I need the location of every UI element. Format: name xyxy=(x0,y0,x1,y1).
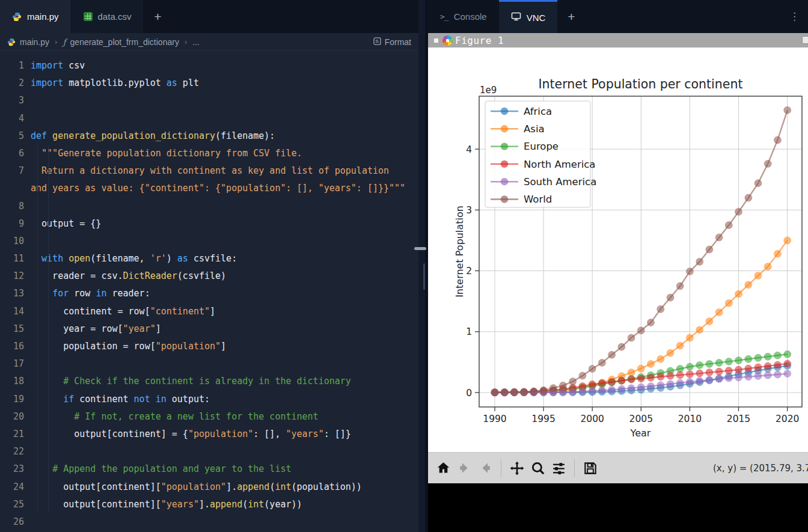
code-line[interactable]: 14 continent = row["continent"] xyxy=(0,303,418,320)
zoom-button[interactable] xyxy=(530,460,546,476)
code-line[interactable]: 20 # If not, create a new list for the c… xyxy=(0,408,418,426)
code-text: with open(filename, 'r') as csvfile: xyxy=(31,250,237,268)
svg-text:1990: 1990 xyxy=(483,414,506,424)
editor-scrollbar-thumb[interactable] xyxy=(423,263,425,290)
code-line[interactable]: 11 with open(filename, 'r') as csvfile: xyxy=(0,250,418,268)
figure-window: Figure 1 1990199520002005201020152020Yea… xyxy=(428,33,808,483)
breadcrumb-path[interactable]: main.py › ƒ generate_plot_frm_dictionary… xyxy=(7,37,200,47)
tab-label: data.csv xyxy=(98,11,132,22)
code-line[interactable]: 25 output[continent]["years"].append(int… xyxy=(0,496,418,513)
line-number: 22 xyxy=(0,443,24,460)
code-line[interactable]: 9 output = {} xyxy=(0,215,418,233)
tab-console[interactable]: >_ Console xyxy=(428,0,499,33)
tab-main-py[interactable]: main.py xyxy=(0,0,72,33)
tab-label: Console xyxy=(454,11,487,22)
minimize-button[interactable] xyxy=(802,36,808,44)
figure-toolbar: (x, y) = (2015.79, 3.7 xyxy=(428,452,808,483)
code-text: # If not, create a new list for the cont… xyxy=(31,408,319,426)
line-number xyxy=(0,180,24,197)
code-text: output[continent]["population"].append(i… xyxy=(31,478,362,496)
terminal-icon: >_ xyxy=(440,12,448,21)
kebab-menu-icon[interactable]: ⋮ xyxy=(786,0,803,33)
code-line[interactable]: 17 xyxy=(0,355,418,373)
svg-text:North America: North America xyxy=(524,159,595,170)
x-axis: 1990199520002005201020152020Year xyxy=(483,407,799,439)
code-line[interactable]: 10 xyxy=(0,233,418,250)
svg-text:2010: 2010 xyxy=(678,414,702,424)
line-number: 1 xyxy=(0,57,24,75)
svg-text:2005: 2005 xyxy=(629,414,653,424)
monitor-icon xyxy=(511,12,521,23)
line-number: 9 xyxy=(0,215,24,233)
code-line[interactable]: 15 year = row["year"] xyxy=(0,320,418,338)
code-line[interactable]: 21 output[continent] = {"population": []… xyxy=(0,426,418,443)
code-line[interactable]: 4 xyxy=(0,110,418,127)
svg-text:2015: 2015 xyxy=(727,414,750,424)
code-line[interactable]: 3 xyxy=(0,92,418,109)
code-line[interactable]: 5def generate_population_dictionary(file… xyxy=(0,127,418,145)
code-line[interactable]: 8 xyxy=(0,198,418,215)
resize-grip[interactable] xyxy=(414,247,426,250)
indent-guide xyxy=(37,145,38,513)
code-text: reader = csv.DictReader(csvfile) xyxy=(31,268,226,285)
breadcrumb-symbol[interactable]: generate_plot_frm_dictionary xyxy=(70,37,179,47)
code-text: population = row["population"] xyxy=(31,338,226,355)
save-button[interactable] xyxy=(582,460,598,476)
chart-title: Internet Population per continent xyxy=(539,77,743,91)
code-text: import matplotlib.pyplot as plt xyxy=(31,75,199,92)
vnc-viewport[interactable]: Figure 1 1990199520002005201020152020Yea… xyxy=(428,33,808,532)
indent-guide xyxy=(48,145,49,513)
breadcrumb-ellipsis[interactable]: ... xyxy=(192,37,200,47)
code-text: continent = row["continent"] xyxy=(31,303,215,320)
svg-text:1995: 1995 xyxy=(531,414,555,424)
svg-text:1: 1 xyxy=(466,326,472,337)
svg-text:2000: 2000 xyxy=(580,414,604,424)
forward-button[interactable] xyxy=(477,460,494,476)
editor-pane: main.py data.csv + main.py › ƒ generate_… xyxy=(0,0,418,532)
pan-button[interactable] xyxy=(509,460,525,476)
line-number: 15 xyxy=(0,320,24,338)
window-menu-icon[interactable] xyxy=(434,38,438,43)
format-button[interactable]: Format xyxy=(373,37,411,47)
code-line[interactable]: 24 output[continent]["population"].appen… xyxy=(0,478,418,496)
right-tabbar: >_ Console VNC + ⋮ xyxy=(428,0,808,33)
legend[interactable]: AfricaAsiaEuropeNorth AmericaSouth Ameri… xyxy=(485,101,596,207)
function-symbol-icon: ƒ xyxy=(63,37,66,47)
tab-data-csv[interactable]: data.csv xyxy=(72,0,144,33)
code-line[interactable]: 6 """Generate population dictionary from… xyxy=(0,145,418,162)
code-line[interactable]: 2import matplotlib.pyplot as plt xyxy=(0,75,418,92)
code-line[interactable]: 16 population = row["population"] xyxy=(0,338,418,355)
line-number: 25 xyxy=(0,496,24,513)
code-line[interactable]: 7 Return a dictionary with continent as … xyxy=(0,162,418,180)
code-line[interactable]: 23 # Append the population and year to t… xyxy=(0,460,418,478)
code-line[interactable]: 1import csv xyxy=(0,57,418,75)
svg-text:World: World xyxy=(524,194,552,205)
code-line[interactable]: 22 xyxy=(0,443,418,460)
breadcrumb-file[interactable]: main.py xyxy=(20,37,49,47)
code-line[interactable]: 18 # Check if the continent is already i… xyxy=(0,373,418,390)
tab-vnc[interactable]: VNC xyxy=(499,0,558,33)
code-text: """Generate population dictionary from C… xyxy=(31,145,302,162)
figure-titlebar[interactable]: Figure 1 xyxy=(428,33,808,47)
line-number: 10 xyxy=(0,233,24,250)
code-line[interactable]: 13 for row in reader: xyxy=(0,285,418,302)
code-editor[interactable]: 1import csv2import matplotlib.pyplot as … xyxy=(0,51,418,532)
svg-text:4: 4 xyxy=(466,144,472,155)
home-button[interactable] xyxy=(435,460,451,476)
code-line[interactable]: 26 xyxy=(0,513,418,531)
cursor-coordinates: (x, y) = (2015.79, 3.7 xyxy=(713,453,808,483)
code-line[interactable]: and years as value: {"continent": {"popu… xyxy=(0,180,418,197)
line-number: 18 xyxy=(0,373,24,390)
y-axis-label: Internet Population xyxy=(454,206,465,298)
new-tab-button[interactable]: + xyxy=(144,0,171,33)
subplots-config-button[interactable] xyxy=(551,460,567,476)
figure-canvas[interactable]: 1990199520002005201020152020Year01234Int… xyxy=(428,47,808,452)
line-number: 5 xyxy=(0,127,24,145)
new-tab-button[interactable]: + xyxy=(557,0,585,33)
code-line[interactable]: 12 reader = csv.DictReader(csvfile) xyxy=(0,268,418,285)
code-line[interactable]: 19 if continent not in output: xyxy=(0,391,418,408)
pane-divider[interactable] xyxy=(418,0,428,532)
back-button[interactable] xyxy=(456,460,473,476)
code-text: import csv xyxy=(31,57,85,75)
code-text: output[continent]["years"].append(int(ye… xyxy=(31,496,302,513)
